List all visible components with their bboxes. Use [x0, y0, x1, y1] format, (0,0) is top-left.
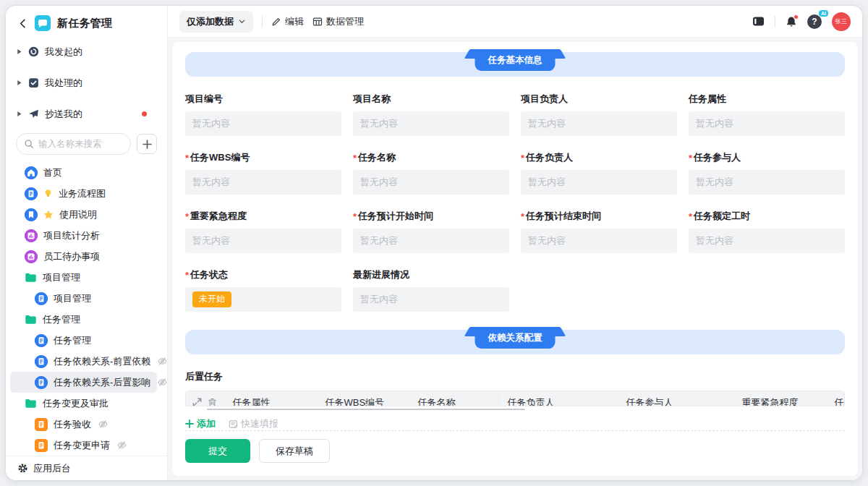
sidebar-item[interactable]: 首页 [10, 162, 157, 183]
sidebar-item-label: 项目管理 [54, 292, 91, 305]
sidebar-item[interactable]: 任务管理 [10, 330, 157, 351]
table-column-header: 任务参与人 [617, 391, 733, 406]
horizontal-scrollbar[interactable] [207, 409, 525, 410]
form-field: *任务负责人暂无内容 [521, 151, 677, 195]
sidebar: 新任务管理 我的待办 我发起的我处理的抄送我的 输入名称来搜索 首页业务流程图使… [6, 6, 168, 480]
add-new-button[interactable] [137, 134, 157, 154]
sidebar-item[interactable]: 任务依赖关系-前置依赖 [10, 351, 157, 372]
sidebar-header: 新任务管理 [6, 6, 167, 36]
field-row: *任务WBS编号暂无内容*任务名称暂无内容*任务负责人暂无内容*任务参与人暂无内… [185, 151, 845, 207]
quick-fill-label: 快速填报 [241, 417, 278, 430]
field-input[interactable]: 暂无内容 [185, 170, 341, 195]
field-placeholder: 暂无内容 [192, 117, 230, 130]
field-input[interactable]: 暂无内容 [353, 287, 509, 312]
field-input[interactable]: 暂无内容 [521, 111, 677, 136]
field-placeholder: 暂无内容 [192, 176, 230, 189]
sidebar-item[interactable]: 任务依赖关系-后置影响 [10, 372, 157, 393]
eye-off-icon [98, 419, 108, 429]
field-input[interactable]: 暂无内容 [521, 170, 677, 195]
sidebar-item[interactable]: 使用说明 [10, 204, 157, 225]
data-manage-button[interactable]: 数据管理 [312, 15, 364, 28]
field-input[interactable]: 暂无内容 [689, 111, 845, 136]
sidebar-item[interactable]: 项目管理 [10, 267, 157, 288]
eye-off-icon [158, 378, 167, 387]
sidebar-search-row: 输入名称来搜索 [6, 129, 167, 162]
toolbar-divider-2 [775, 16, 775, 27]
sidebar-item-label: 任务依赖关系-前置依赖 [54, 355, 150, 368]
field-label: *任务WBS编号 [185, 151, 341, 164]
sidebar-flow-item[interactable]: 我处理的 [6, 67, 167, 98]
sidebar-item[interactable]: 任务变更及审批 [10, 393, 157, 414]
table-column-header: 重要紧急程度 [733, 391, 825, 406]
sidebar-scroll-area[interactable]: 我的待办 我发起的我处理的抄送我的 输入名称来搜索 首页业务流程图使用说明项目统… [6, 36, 167, 456]
caret-right-icon [16, 111, 22, 117]
bookmark-icon [25, 208, 38, 221]
sidebar-item-label: 任务管理 [43, 313, 80, 326]
sidebar-item-app-backend[interactable]: 应用后台 [6, 456, 167, 480]
field-label: 最新进展情况 [353, 268, 509, 281]
field-input[interactable]: 暂无内容 [353, 229, 509, 253]
table-column-header: 任务名称 [409, 391, 498, 406]
field-placeholder: 暂无内容 [360, 293, 398, 306]
search-placeholder: 输入名称来搜索 [38, 138, 102, 150]
save-draft-button[interactable]: 保存草稿 [259, 439, 330, 463]
help-icon[interactable]: ? AI [807, 14, 822, 29]
sidebar-item-label: 我处理的 [45, 77, 82, 90]
chevron-down-icon [238, 17, 246, 25]
field-input[interactable]: 暂无内容 [689, 229, 845, 253]
paper-plane-icon [28, 108, 39, 119]
table-column-header: 任务负责人 [498, 391, 617, 406]
caret-right-icon [16, 48, 22, 55]
field-placeholder: 暂无内容 [528, 176, 566, 189]
doc-icon [35, 355, 48, 368]
table-column-header: 任务WBS编号 [316, 391, 409, 406]
quick-fill-button[interactable]: 快速填报 [229, 417, 278, 430]
form-field: 项目编号暂无内容 [185, 93, 341, 136]
sidebar-item[interactable]: 项目统计分析 [10, 225, 157, 246]
notification-bell-icon[interactable] [786, 16, 797, 27]
sidebar-item[interactable]: 任务变更申请 [10, 435, 157, 456]
panel-toggle-icon[interactable] [752, 16, 765, 27]
table-column-header: 任务预计开始时间 [825, 391, 845, 406]
doc-icon [35, 376, 48, 389]
field-input[interactable]: 暂无内容 [353, 170, 509, 195]
sidebar-item-label: 抄送我的 [45, 108, 82, 121]
field-input[interactable]: 暂无内容 [353, 111, 509, 136]
back-chevron-icon[interactable] [17, 18, 28, 29]
mode-dropdown-button[interactable]: 仅添加数据 [179, 11, 253, 33]
sidebar-flow-item[interactable]: 我发起的 [6, 36, 167, 67]
field-placeholder: 暂无内容 [192, 234, 230, 247]
sidebar-item-label: 任务变更申请 [54, 439, 110, 452]
sidebar-item-label: 员工待办事项 [43, 250, 100, 263]
required-asterisk: * [521, 153, 524, 163]
plus-icon [185, 419, 194, 428]
sidebar-item-label: 使用说明 [59, 208, 97, 221]
field-input[interactable]: 暂无内容 [689, 170, 845, 195]
edit-button[interactable]: 编辑 [271, 15, 304, 28]
field-input[interactable]: 未开始 [185, 287, 341, 312]
main-content: 仅添加数据 编辑 数据管理 ? AI [168, 6, 862, 480]
sidebar-item[interactable]: 员工待办事项 [10, 246, 157, 267]
unread-dot [142, 111, 147, 116]
add-row-button[interactable]: 添加 [185, 417, 216, 430]
trash-icon[interactable] [208, 398, 217, 406]
field-label: *任务额定工时 [689, 210, 845, 223]
star-icon [43, 210, 54, 220]
chart-icon [25, 229, 38, 242]
sidebar-flow-item[interactable]: 抄送我的 [6, 98, 167, 129]
sidebar-item[interactable]: 项目管理 [10, 288, 157, 309]
sidebar-item[interactable]: 业务流程图 [10, 183, 157, 204]
fields-area: 项目编号暂无内容项目名称暂无内容项目负责人暂无内容任务属性暂无内容*任务WBS编… [185, 93, 845, 327]
submit-button[interactable]: 提交 [185, 439, 250, 463]
sidebar-item[interactable]: 任务管理 [10, 309, 157, 330]
field-input[interactable]: 暂无内容 [521, 229, 677, 253]
doc-icon [35, 292, 48, 305]
search-icon [24, 139, 34, 149]
app-backend-label: 应用后台 [33, 462, 71, 475]
expand-icon[interactable] [192, 398, 202, 406]
field-input[interactable]: 暂无内容 [185, 229, 341, 253]
field-input[interactable]: 暂无内容 [185, 111, 341, 136]
search-input[interactable]: 输入名称来搜索 [16, 133, 131, 155]
sidebar-item[interactable]: 任务验收 [10, 414, 157, 435]
user-avatar[interactable]: 张三 [832, 12, 851, 31]
